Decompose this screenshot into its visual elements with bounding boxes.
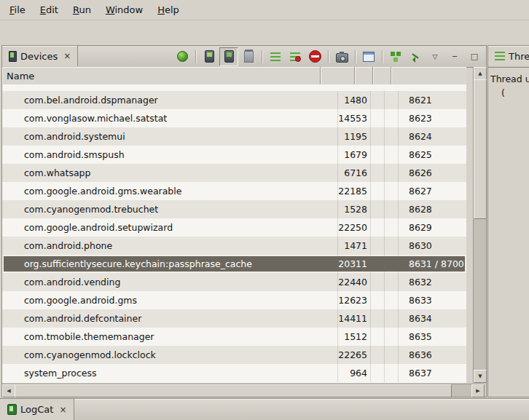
- cell-c4: [385, 309, 399, 328]
- vertical-scrollbar[interactable]: ▲ ▼: [473, 67, 486, 383]
- cell-c3: [371, 309, 385, 328]
- cell-c3: [371, 291, 385, 309]
- screen-capture-icon: [336, 53, 348, 63]
- cell-c4: [385, 182, 399, 200]
- system-ui-capture-button[interactable]: [359, 47, 378, 66]
- toolbar-separator: [382, 50, 383, 63]
- cell-c4: [385, 91, 399, 109]
- horizontal-scrollbar[interactable]: ◀ ▶: [2, 384, 485, 397]
- table-row[interactable]: com.google.android.gms126238633: [2, 291, 466, 309]
- scroll-left-button[interactable]: ◀: [2, 384, 15, 397]
- cell-name: com.cyanogenmod.lockclock: [2, 346, 338, 364]
- stop-process-icon: [309, 50, 321, 63]
- cell-pid: 22250: [338, 218, 371, 237]
- cell-port: 8632: [399, 273, 466, 291]
- tab-logcat[interactable]: LogCat ×: [0, 399, 74, 420]
- cell-name: system_process: [2, 364, 338, 382]
- cell-name: com.android.phone: [2, 237, 338, 255]
- table-row[interactable]: com.android.vending224408632: [2, 273, 466, 291]
- scroll-down-button[interactable]: ▼: [474, 370, 487, 383]
- table-row[interactable]: com.cyanogenmod.lockclock222658636: [2, 346, 466, 364]
- cell-c3: [371, 237, 385, 255]
- tab-threads-label: Threa: [509, 51, 529, 62]
- devices-panel: Devices × ▽─□ Name com.bel.android.dspma…: [1, 45, 487, 397]
- maximize-view-button[interactable]: □: [465, 47, 484, 66]
- menu-run[interactable]: Run: [66, 1, 99, 18]
- cell-c4: [385, 346, 399, 364]
- method-profiling-button[interactable]: [286, 47, 305, 66]
- threads-icon: [495, 52, 505, 60]
- cell-c4: [385, 237, 399, 255]
- scroll-up-button[interactable]: ▲: [474, 67, 487, 80]
- dump-hprof-button[interactable]: [219, 47, 238, 66]
- cell-port: 8627: [399, 182, 466, 200]
- cell-c4: [385, 146, 399, 164]
- stop-process-button[interactable]: [305, 47, 324, 66]
- toolbar-separator: [262, 50, 262, 63]
- opengl-trace-button[interactable]: [406, 47, 425, 66]
- cell-c3: [371, 91, 385, 109]
- cell-port: 8630: [399, 237, 466, 255]
- menu-window[interactable]: Window: [99, 1, 151, 18]
- debug-process-button[interactable]: [173, 47, 192, 66]
- cell-port: 8634: [399, 309, 466, 328]
- devices-tabbar: Devices × ▽─□: [2, 46, 486, 68]
- table-row[interactable]: com.google.android.setupwizard222508629: [2, 218, 466, 237]
- screen-capture-button[interactable]: [332, 47, 351, 66]
- table-row[interactable]: com.tmobile.thememanager15128635: [2, 328, 466, 346]
- horizontal-scrollbar-thumb[interactable]: [15, 384, 452, 397]
- table-row[interactable]: com.whatsapp67168626: [2, 164, 466, 182]
- table-row[interactable]: system_process9648637: [2, 364, 466, 382]
- cell-port: 8631 / 8700: [399, 255, 466, 273]
- cause-gc-button[interactable]: [239, 47, 258, 66]
- cell-c3: [371, 200, 385, 218]
- update-heap-button[interactable]: [200, 47, 219, 66]
- cell-c3: [371, 328, 385, 346]
- column-header-4[interactable]: [373, 67, 391, 84]
- table-row[interactable]: com.cyanogenmod.trebuchet15288628: [2, 200, 466, 218]
- menu-help[interactable]: Help: [151, 1, 187, 18]
- cell-port: 8637: [399, 364, 466, 382]
- tab-devices-label: Devices: [20, 51, 58, 62]
- logcat-bar: LogCat ×: [0, 398, 529, 420]
- tab-threads[interactable]: Threa: [488, 46, 529, 66]
- table-row[interactable]: com.android.smspush16798625: [2, 146, 466, 164]
- menu-file[interactable]: File: [3, 1, 34, 18]
- table-row[interactable]: com.google.android.gms.wearable221858627: [2, 182, 466, 200]
- cell-port: 8628: [399, 200, 466, 218]
- tab-logcat-close-icon[interactable]: ×: [59, 405, 66, 414]
- cell-name: com.tmobile.thememanager: [2, 328, 338, 346]
- table-row[interactable]: com.android.defcontainer144118634: [2, 309, 466, 328]
- table-row[interactable]: com.vonglasow.michael.satstat145538623: [2, 109, 466, 127]
- vertical-scrollbar-thumb[interactable]: [474, 79, 487, 219]
- scroll-right-button[interactable]: ▶: [471, 384, 485, 397]
- view-menu-button[interactable]: ▽: [426, 47, 444, 66]
- column-header-name[interactable]: Name: [2, 67, 321, 84]
- cell-c3: [371, 182, 385, 200]
- toolbar-separator: [355, 50, 356, 63]
- update-threads-button[interactable]: [266, 47, 285, 66]
- cell-c3: [371, 127, 385, 146]
- view-hierarchy-button[interactable]: [386, 47, 405, 66]
- cell-c3: [371, 109, 385, 127]
- cell-port: 8621: [399, 91, 466, 109]
- table-row[interactable]: com.android.systemui11958624: [2, 127, 466, 146]
- cell-c3: [371, 218, 385, 237]
- tab-devices-close-icon[interactable]: ×: [63, 52, 71, 60]
- column-header-3[interactable]: [355, 67, 373, 84]
- table-row[interactable]: org.sufficientlysecure.keychain:passphra…: [2, 255, 466, 273]
- menu-edit[interactable]: Edit: [34, 1, 66, 18]
- cell-pid: 6716: [338, 164, 371, 182]
- cell-port: 8635: [399, 328, 466, 346]
- table-row[interactable]: com.android.phone14718630: [2, 237, 466, 255]
- table-row[interactable]: com.bel.android.dspmanager14808621: [2, 91, 466, 109]
- column-header-port[interactable]: [391, 67, 466, 84]
- column-header-pid[interactable]: [321, 67, 355, 84]
- cell-name: com.android.systemui: [2, 127, 338, 146]
- cell-name: com.bel.android.dspmanager: [2, 91, 338, 109]
- tab-devices[interactable]: Devices ×: [2, 46, 78, 66]
- minimize-view-button[interactable]: ─: [445, 47, 464, 66]
- threads-message-line2: (: [490, 87, 529, 100]
- maximize-view-icon: □: [469, 51, 480, 63]
- dump-hprof-icon: [224, 50, 234, 63]
